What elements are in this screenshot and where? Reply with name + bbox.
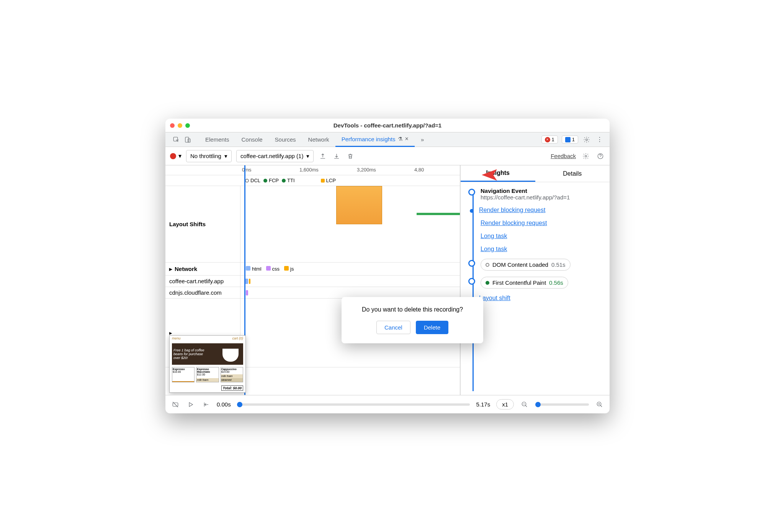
html-swatch-icon	[246, 266, 250, 271]
insight-link[interactable]: Layout shift	[479, 295, 510, 302]
insight-item[interactable]: Long task	[468, 233, 605, 240]
titlebar: DevTools - coffee-cart.netlify.app/?ad=1	[165, 119, 610, 132]
issue-count: 1	[572, 137, 575, 142]
error-dot-icon: ×	[545, 137, 550, 142]
thumb-promo: Free 1 bag of coffee beans for purchase …	[173, 348, 208, 360]
network-bar[interactable]	[246, 290, 248, 295]
dcl-dot-icon	[486, 263, 489, 267]
lcp-label: LCP	[326, 178, 336, 183]
screenshot-toggle-icon[interactable]	[171, 400, 180, 409]
close-tab-icon[interactable]: ×	[405, 135, 409, 142]
insight-item[interactable]: Layout shift	[468, 295, 605, 302]
close-window-button[interactable]	[170, 123, 175, 128]
thumb-product: Cappuccino$19.00milk foamsteamed	[221, 367, 243, 382]
thumb-menu: menu	[172, 336, 181, 340]
tab-network[interactable]: Network	[302, 132, 335, 147]
time-ruler[interactable]: 0ms 1,600ms 3,200ms 4,80	[165, 165, 460, 175]
p2-foam: milk foam	[196, 378, 218, 382]
tab-sources[interactable]: Sources	[269, 132, 302, 147]
nav-url: https://coffee-cart.netlify.app/?ad=1	[481, 194, 570, 201]
insight-item[interactable]: Render blocking request	[468, 220, 605, 227]
p3-name: Cappuccino	[221, 368, 237, 370]
minimize-window-button[interactable]	[178, 123, 182, 128]
zoom-in-icon[interactable]	[595, 400, 604, 409]
p3-steamed: steamed	[221, 378, 243, 382]
throttling-value: No throttling	[190, 153, 221, 159]
p2-name: Espresso Macchiato	[197, 368, 210, 373]
insight-link[interactable]: Long task	[481, 233, 507, 240]
js-type: js	[290, 266, 294, 272]
zoom-out-icon[interactable]	[520, 400, 529, 409]
help-icon[interactable]	[596, 152, 605, 161]
zoom-slider[interactable]	[535, 403, 589, 406]
network-lane-header: ▸ Network html css js	[165, 263, 460, 276]
layout-shift-mark[interactable]	[417, 213, 460, 215]
time-tick: 3,200ms	[357, 167, 376, 173]
timeline-dot-icon	[470, 209, 474, 213]
p1-name: Espresso	[173, 368, 185, 370]
record-dropdown-icon[interactable]: ▾	[178, 152, 181, 160]
network-bar[interactable]	[249, 279, 250, 284]
dcl-marker-icon	[245, 179, 249, 183]
html-type: html	[252, 266, 262, 272]
fcp-time: 0.56s	[549, 279, 563, 286]
side-panel: Insights Details Navigation Eventhttps:/…	[460, 165, 610, 395]
dcl-label: DCL	[250, 178, 260, 183]
tti-marker-icon	[282, 179, 286, 183]
tab-performance-insights[interactable]: Performance insights ⚗ ×	[335, 132, 415, 147]
scrubber[interactable]	[237, 403, 470, 406]
p1-price: $10.00	[173, 370, 181, 373]
dcl-pill-label: DOM Content Loaded	[492, 261, 548, 268]
kebab-menu-icon[interactable]: ⋮	[595, 135, 604, 144]
play-icon[interactable]	[186, 400, 195, 409]
zoom-thumb[interactable]	[535, 402, 541, 407]
import-icon[interactable]	[332, 152, 341, 161]
playback-footer: 0.00s 5.17s x1	[165, 395, 610, 413]
insight-item[interactable]: Long task	[468, 246, 605, 253]
insight-item-dcl[interactable]: DOM Content Loaded0.51s	[468, 259, 605, 271]
record-button[interactable]	[170, 153, 176, 159]
layout-shift-block[interactable]	[336, 186, 382, 224]
settings-icon[interactable]	[582, 135, 591, 144]
side-tab-details[interactable]: Details	[535, 165, 610, 182]
issues-badge[interactable]: 1	[562, 135, 578, 144]
throttling-select[interactable]: No throttling ▾	[186, 150, 232, 162]
insight-item-fcp[interactable]: First Contentful Paint0.56s	[468, 277, 605, 289]
network-host: coffee-cart.netlify.app	[165, 276, 240, 287]
cancel-button[interactable]: Cancel	[376, 321, 410, 334]
rewind-icon[interactable]	[201, 400, 211, 409]
timeline-marker-icon	[468, 278, 475, 285]
delete-confirmation-dialog: Do you want to delete this recording? Ca…	[342, 297, 483, 343]
end-time: 5.17s	[476, 401, 490, 408]
lcp-marker-icon	[321, 179, 325, 183]
feedback-link[interactable]: Feedback	[551, 153, 576, 159]
insight-link[interactable]: Long task	[481, 246, 507, 253]
recording-select[interactable]: coffee-cart.netlify.app (1) ▾	[236, 150, 314, 162]
screenshot-thumbnail[interactable]: menucart (0) Free 1 bag of coffee beans …	[169, 335, 246, 393]
export-icon[interactable]	[318, 152, 327, 161]
error-badge[interactable]: × 1	[541, 135, 558, 144]
insight-item-navigation[interactable]: Navigation Eventhttps://coffee-cart.netl…	[468, 188, 605, 201]
svg-rect-2	[188, 139, 190, 142]
insight-item[interactable]: Render blocking request	[468, 207, 605, 214]
network-host-row: coffee-cart.netlify.app	[165, 276, 460, 287]
tab-elements[interactable]: Elements	[199, 132, 235, 147]
delete-button[interactable]: Delete	[416, 321, 448, 334]
insight-link[interactable]: Render blocking request	[481, 220, 547, 227]
side-tab-insights[interactable]: Insights	[461, 165, 535, 182]
tab-console[interactable]: Console	[235, 132, 269, 147]
speed-selector[interactable]: x1	[496, 399, 514, 410]
panel-settings-icon[interactable]	[581, 152, 590, 161]
more-tabs-button[interactable]: »	[415, 132, 430, 147]
timeline-marker-icon	[468, 189, 475, 196]
inspect-element-icon[interactable]	[172, 135, 181, 144]
maximize-window-button[interactable]	[185, 123, 190, 128]
timeline-panel: 0ms 1,600ms 3,200ms 4,80 DCL FCP TTI LCP…	[165, 165, 460, 395]
time-tick: 0ms	[242, 167, 252, 173]
scrubber-thumb[interactable]	[237, 402, 242, 407]
chevron-down-icon: ▾	[306, 153, 309, 160]
markers-legend: DCL FCP TTI LCP	[165, 175, 460, 186]
delete-icon[interactable]	[346, 152, 355, 161]
insight-link[interactable]: Render blocking request	[479, 207, 545, 214]
device-toggle-icon[interactable]	[183, 135, 192, 144]
